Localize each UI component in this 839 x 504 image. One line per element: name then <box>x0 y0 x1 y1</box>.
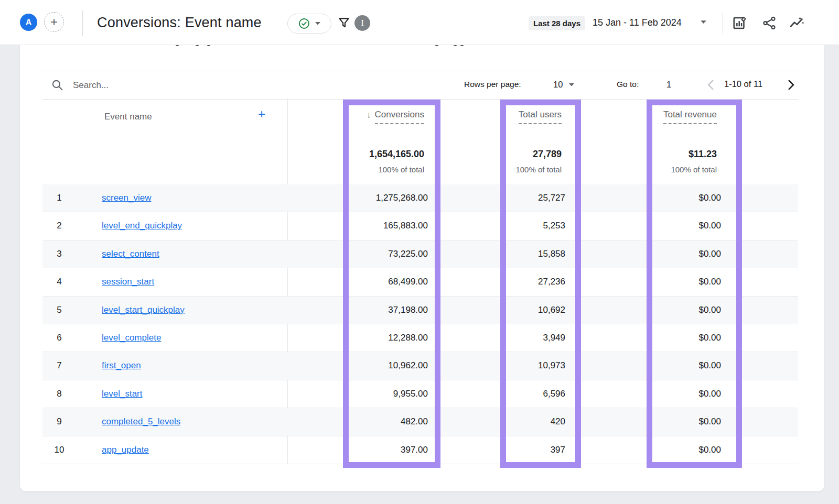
conversions-value: 482.00 <box>401 408 428 435</box>
table-row: 2 level_end_quickplay 165,883.00 5,253 $… <box>42 212 798 240</box>
next-page-chevron-icon[interactable] <box>784 78 798 92</box>
rows-per-page-value[interactable]: 10 <box>553 80 563 90</box>
table-row: 4 session_start 68,499.00 27,236 $0.00 <box>42 268 798 296</box>
row-number: 4 <box>42 268 76 295</box>
total-revenue-value: $0.00 <box>698 240 721 268</box>
event-name-link[interactable]: level_start <box>102 380 142 408</box>
check-circle-icon <box>298 17 310 30</box>
conversions-value: 12,288.00 <box>388 324 428 352</box>
total-users-value: 397 <box>551 436 565 464</box>
share-icon[interactable] <box>761 15 777 31</box>
conversions-total: 1,654,165.00 <box>369 149 424 160</box>
total-revenue-share: 100% of total <box>671 165 717 174</box>
total-revenue-value: $0.00 <box>698 324 721 352</box>
table-row: 10 app_update 397.00 397 $0.00 <box>42 436 798 464</box>
date-preset-chip: Last 28 days <box>529 16 585 30</box>
table-row: 7 first_open 10,962.00 10,973 $0.00 <box>42 352 798 380</box>
total-users-share: 100% of total <box>515 165 562 174</box>
table-row: 3 select_content 73,225.00 15,858 $0.00 <box>42 240 798 268</box>
table-row: 1 screen_view 1,275,268.00 25,727 $0.00 <box>42 184 798 212</box>
row-number: 8 <box>42 380 76 408</box>
row-number: 1 <box>42 184 76 212</box>
add-column-button[interactable]: + <box>258 107 265 122</box>
table-rows: 1 screen_view 1,275,268.00 25,727 $0.00 … <box>42 184 798 464</box>
total-revenue-column-header[interactable]: Total revenue <box>663 109 717 124</box>
event-name-link[interactable]: select_content <box>102 240 159 268</box>
customize-report-icon[interactable] <box>732 15 748 31</box>
total-users-value: 10,692 <box>538 297 565 324</box>
sort-descending-icon: ↓ <box>367 110 371 120</box>
data-quality-dropdown[interactable] <box>287 14 331 34</box>
table-toolbar: Rows per page: 10 Go to: 1 1-10 of 11 <box>42 71 798 100</box>
table-row: 5 level_start_quickplay 37,198.00 10,692… <box>42 297 798 324</box>
total-revenue-value: $0.00 <box>698 212 721 239</box>
rows-per-page-label: Rows per page: <box>464 80 521 89</box>
account-avatar[interactable]: A <box>20 14 37 31</box>
event-name-link[interactable]: completed_5_levels <box>102 408 180 435</box>
event-name-column-header[interactable]: Event name <box>104 112 152 122</box>
total-users-value: 27,236 <box>538 268 565 295</box>
table-row: 6 level_complete 12,288.00 3,949 $0.00 <box>42 324 798 352</box>
add-comparison-button[interactable]: + <box>44 12 64 32</box>
event-name-link[interactable]: app_update <box>102 436 149 464</box>
conversions-value: 10,962.00 <box>388 352 428 379</box>
row-number: 2 <box>42 212 76 239</box>
total-users-total: 27,789 <box>533 149 562 160</box>
total-revenue-value: $0.00 <box>698 380 721 408</box>
conversions-header-label: Conversions <box>375 109 425 124</box>
event-name-link[interactable]: level_complete <box>102 324 161 352</box>
info-badge[interactable]: I <box>354 15 370 31</box>
date-range-selector[interactable]: 15 Jan - 11 Feb 2024 <box>593 17 682 28</box>
conversions-value: 165,883.00 <box>383 212 428 239</box>
total-revenue-value: $0.00 <box>698 408 721 435</box>
report-table-card: Rows per page: 10 Go to: 1 1-10 of 11 Ev… <box>20 45 824 491</box>
go-to-label: Go to: <box>617 80 639 89</box>
filter-funnel-icon[interactable] <box>337 16 351 30</box>
conversions-value: 68,499.00 <box>388 268 428 295</box>
insights-icon[interactable] <box>789 15 805 31</box>
total-revenue-total: $11.23 <box>689 149 717 160</box>
total-users-column-header[interactable]: Total users <box>519 109 562 124</box>
conversions-column-header[interactable]: ↓ Conversions <box>367 109 424 124</box>
row-number: 10 <box>42 436 76 464</box>
total-users-value: 15,858 <box>538 240 565 268</box>
row-number: 5 <box>42 297 76 324</box>
chevron-down-icon <box>315 21 321 26</box>
row-number: 7 <box>42 352 76 379</box>
row-number: 6 <box>42 324 76 352</box>
search-input[interactable] <box>72 78 231 93</box>
total-revenue-value: $0.00 <box>698 352 721 379</box>
total-revenue-value: $0.00 <box>698 436 721 464</box>
total-users-value: 420 <box>551 408 565 435</box>
event-name-link[interactable]: screen_view <box>102 184 152 212</box>
event-name-link[interactable]: first_open <box>102 352 141 379</box>
total-revenue-value: $0.00 <box>698 184 721 212</box>
date-caret-icon[interactable] <box>700 20 707 25</box>
total-users-value: 6,596 <box>543 380 565 408</box>
total-revenue-header-label: Total revenue <box>663 109 717 124</box>
total-users-value: 5,253 <box>543 212 565 239</box>
total-revenue-value: $0.00 <box>698 297 721 324</box>
search-icon <box>51 79 64 92</box>
event-name-link[interactable]: session_start <box>102 268 154 295</box>
header-divider-2 <box>723 13 723 34</box>
row-number: 3 <box>42 240 76 268</box>
pagination-range: 1-10 of 11 <box>724 79 762 89</box>
event-name-link[interactable]: level_start_quickplay <box>102 297 185 324</box>
rows-per-page-caret-icon[interactable] <box>568 83 575 87</box>
total-users-header-label: Total users <box>519 109 562 124</box>
table-row: 9 completed_5_levels 482.00 420 $0.00 <box>42 408 798 436</box>
conversions-value: 37,198.00 <box>388 297 428 324</box>
total-users-value: 3,949 <box>543 324 565 352</box>
plus-icon: + <box>50 15 58 29</box>
app-header: A + Conversions: Event name I Last 28 da… <box>0 0 839 45</box>
conversions-value: 73,225.00 <box>388 240 428 268</box>
page-title: Conversions: Event name <box>97 15 262 31</box>
total-revenue-value: $0.00 <box>698 268 721 295</box>
go-to-page-field[interactable]: 1 <box>666 80 671 90</box>
row-number: 9 <box>42 408 76 435</box>
event-name-link[interactable]: level_end_quickplay <box>102 212 182 239</box>
header-divider <box>82 10 83 36</box>
previous-page-chevron-icon[interactable] <box>704 78 718 92</box>
table-row: 8 level_start 9,955.00 6,596 $0.00 <box>42 380 798 408</box>
